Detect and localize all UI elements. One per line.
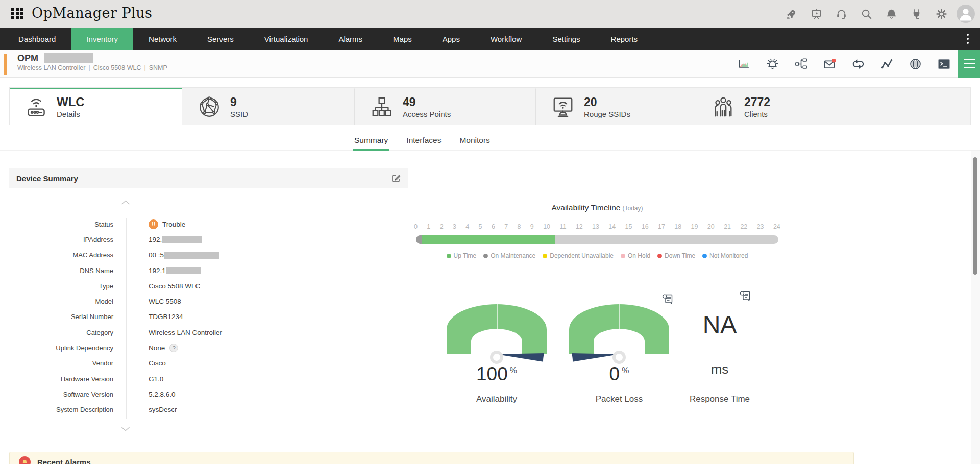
nav-item[interactable]: Apps (427, 28, 475, 50)
nav-item[interactable]: Workflow (475, 28, 537, 50)
field-row-type: Type Cisco 5508 WLC (9, 278, 408, 294)
mail-icon[interactable] (823, 58, 836, 70)
tab-card-access-points[interactable]: 49 Access Points (355, 88, 536, 125)
status-value: Trouble (162, 221, 185, 228)
main-nav: Dashboard Inventory Network Servers Virt… (0, 28, 980, 50)
headset-icon[interactable] (836, 8, 847, 20)
redacted-dns (166, 267, 201, 274)
nav-item[interactable]: Dashboard (3, 28, 71, 50)
globe-icon[interactable] (909, 58, 922, 70)
packet-loss-report-icon[interactable] (662, 293, 674, 305)
link-loop-icon[interactable] (852, 58, 865, 70)
tab-card-wlc-details[interactable]: WLC Details (10, 88, 182, 125)
timeline-tick: 18 (674, 223, 681, 230)
bell-icon[interactable] (886, 8, 897, 20)
topology-workflow-icon[interactable] (795, 58, 807, 70)
scroll-down-chevron-icon[interactable] (121, 427, 130, 431)
timeline-tick: 14 (608, 223, 616, 230)
timeline-tick: 2 (440, 223, 444, 230)
card-value: 2772 (744, 95, 770, 109)
timeline-tick: 20 (707, 223, 715, 230)
presentation-icon[interactable] (811, 8, 822, 20)
search-icon[interactable] (861, 8, 872, 20)
subtab[interactable]: Interfaces (405, 131, 442, 151)
user-avatar[interactable] (957, 5, 975, 23)
timeline-tick: 9 (530, 223, 534, 230)
area-chart-icon[interactable] (738, 58, 750, 70)
hamburger-menu-button[interactable] (958, 50, 980, 78)
nav-item[interactable]: Reports (596, 28, 653, 50)
response-time-report-icon[interactable] (739, 290, 751, 302)
field-row-ipaddress: IPAddress 192. (9, 232, 408, 247)
packet-loss-value: 0% (569, 363, 669, 385)
timeline-tick: 12 (576, 223, 583, 230)
subtab[interactable]: Summary (353, 131, 389, 151)
tab-card-ssid[interactable]: 9 SSID (182, 88, 355, 125)
card-value: 49 (403, 95, 451, 109)
nav-item[interactable]: Alarms (323, 28, 378, 50)
apps-grid-icon[interactable] (11, 8, 23, 20)
scrollbar-thumb[interactable] (973, 157, 977, 275)
legend-dot (447, 254, 451, 258)
device-protocol: SNMP (149, 64, 167, 71)
timeline-tick: 1 (427, 223, 430, 230)
nav-item[interactable]: Settings (537, 28, 595, 50)
timeline-tick: 24 (773, 223, 780, 230)
tab-card-clients[interactable]: 2772 Clients (696, 88, 874, 125)
wlc-icon (25, 94, 47, 120)
response-time-value: NA (669, 310, 771, 338)
subtab[interactable]: Monitors (458, 131, 491, 151)
alarm-siren-icon[interactable] (766, 58, 779, 70)
nav-item[interactable]: Virtualization (249, 28, 324, 50)
timeline-tick: 23 (757, 223, 764, 230)
plug-icon[interactable] (911, 8, 922, 20)
timeline-period: (Today) (622, 205, 643, 212)
field-row-serial: Serial Number TDGB1234 (9, 309, 408, 325)
topbar-icons (786, 0, 947, 28)
timeline-ticks: 0123456789101112131415161718192021222324 (414, 223, 780, 230)
timeline-tick: 11 (559, 223, 566, 230)
field-row-software: Software Version 5.2.8.6.0 (9, 386, 408, 402)
timeline-tick: 4 (465, 223, 469, 230)
edit-icon[interactable] (391, 173, 401, 183)
help-icon[interactable]: ? (169, 344, 178, 352)
availability-value: 100% (447, 363, 547, 385)
legend-dot (702, 254, 707, 258)
card-value: 9 (230, 95, 248, 109)
device-name: OPM_ (17, 53, 93, 64)
timeline-tick: 15 (625, 223, 632, 230)
legend-item: Dependent Unavailable (543, 252, 614, 259)
nav-item[interactable]: Inventory (71, 28, 133, 50)
legend-item: Up Time (447, 252, 477, 259)
subtabs-bar: Summary Interfaces Monitors (0, 131, 980, 151)
availability-label: Availability (447, 394, 547, 404)
nav-item[interactable]: Maps (378, 28, 427, 50)
packet-loss-label: Packet Loss (569, 394, 669, 404)
scroll-up-chevron-icon[interactable] (121, 200, 130, 205)
field-row-category: Category Wireless LAN Controller (9, 325, 408, 340)
field-row-mac: MAC Address 00 :5 (9, 248, 408, 263)
availability-timeline-bar[interactable] (416, 235, 778, 244)
terminal-icon[interactable] (938, 58, 950, 70)
rocket-icon[interactable] (786, 8, 797, 20)
field-row-sysdescr: System Description sysDescr (9, 402, 408, 418)
nav-item[interactable]: Network (133, 28, 192, 50)
recent-alarms-title: Recent Alarms (37, 458, 91, 464)
nav-overflow-menu-icon[interactable] (963, 28, 973, 50)
timeline-segment-uptime (422, 235, 555, 244)
card-label: Rouge SSIDs (584, 110, 630, 118)
tab-card-rouge-ssids[interactable]: 20 Rouge SSIDs (536, 88, 696, 125)
line-chart-icon[interactable] (880, 58, 893, 70)
scrollbar-track[interactable] (971, 151, 980, 464)
app-title: OpManager Plus (32, 5, 152, 21)
card-label: Access Points (403, 110, 451, 118)
availability-gauge (447, 304, 547, 354)
field-row-model: Model WLC 5508 (9, 294, 408, 309)
legend-dot (543, 254, 547, 258)
device-header: OPM_ Wireless LAN Controller|Cisco 5508 … (0, 50, 980, 78)
nav-item[interactable]: Servers (192, 28, 249, 50)
device-summary-fields: Status !! Trouble IPAddress 192. MAC Add… (9, 216, 408, 418)
gear-icon[interactable] (936, 8, 947, 20)
access-points-icon (370, 95, 394, 119)
redacted-ip (162, 236, 202, 243)
